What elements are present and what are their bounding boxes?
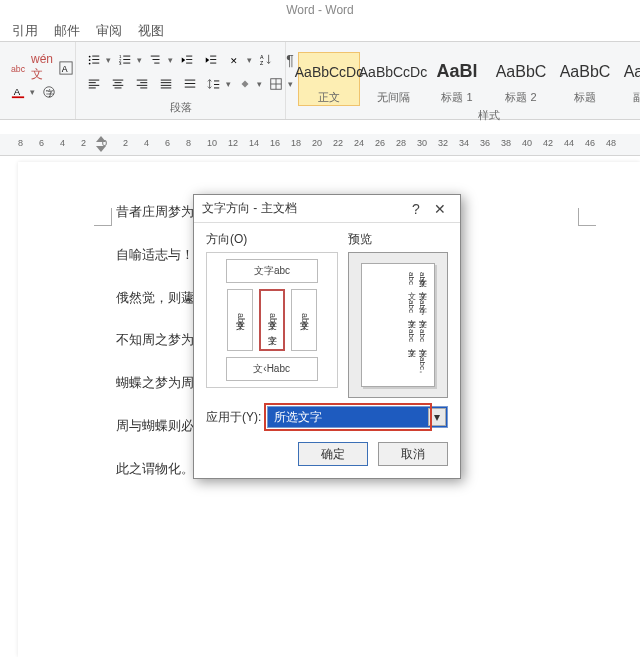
tab-view[interactable]: 视图 — [138, 22, 164, 40]
svg-rect-12 — [92, 63, 99, 64]
svg-rect-38 — [115, 88, 122, 89]
svg-rect-24 — [186, 63, 192, 64]
orientation-vertical-2[interactable]: 文字abc文字 — [259, 289, 285, 351]
ruler-tick: 40 — [522, 138, 532, 148]
ruler-tick: 28 — [396, 138, 406, 148]
svg-rect-4 — [12, 96, 24, 98]
multilevel-icon[interactable] — [146, 50, 166, 70]
svg-text:✕: ✕ — [230, 56, 238, 66]
help-icon[interactable]: ? — [404, 197, 428, 221]
svg-text:A: A — [260, 54, 264, 60]
tab-mailings[interactable]: 邮件 — [54, 22, 80, 40]
svg-rect-44 — [161, 82, 172, 83]
orientation-vertical-3[interactable]: 文字abc — [291, 289, 317, 351]
svg-rect-40 — [140, 82, 147, 83]
dropdown-icon[interactable]: ▾ — [106, 55, 111, 65]
ok-button[interactable]: 确定 — [298, 442, 368, 466]
svg-rect-21 — [154, 63, 159, 64]
ruler-tick: 46 — [585, 138, 595, 148]
dropdown-icon[interactable]: ▾ — [257, 79, 262, 89]
svg-rect-19 — [151, 56, 160, 57]
svg-text:abc: abc — [11, 63, 25, 73]
svg-text:A: A — [14, 85, 21, 96]
close-icon[interactable]: ✕ — [428, 197, 452, 221]
align-right-icon[interactable] — [132, 74, 152, 94]
style-subtitle[interactable]: AaBbC副标题 — [618, 52, 640, 106]
ruler-tick: 48 — [606, 138, 616, 148]
ruler-tick: 18 — [291, 138, 301, 148]
indent-marker-icon[interactable] — [96, 136, 106, 152]
margin-corner-icon — [578, 208, 596, 226]
ruler-tick: 26 — [375, 138, 385, 148]
decrease-indent-icon[interactable] — [177, 50, 197, 70]
ruler-tick: 2 — [81, 138, 86, 148]
dropdown-icon[interactable]: ▾ — [247, 55, 252, 65]
svg-rect-20 — [153, 59, 160, 60]
ruler-tick: 30 — [417, 138, 427, 148]
text-direction-dialog: 文字方向 - 主文档 ? ✕ 方向(O) 文字abc 文字abc 文字abc文字… — [193, 194, 461, 479]
svg-point-7 — [89, 56, 91, 58]
orientation-rotated[interactable]: 文‹Habc — [226, 357, 318, 381]
svg-rect-31 — [89, 80, 100, 81]
dropdown-icon[interactable]: ▾ — [168, 55, 173, 65]
style-normal[interactable]: AaBbCcDc正文 — [298, 52, 360, 106]
style-h2[interactable]: AaBbC标题 2 — [490, 52, 552, 106]
borders-icon[interactable] — [266, 74, 286, 94]
svg-rect-50 — [214, 81, 219, 82]
font-color-icon[interactable]: A — [8, 82, 28, 102]
orientation-vertical-1[interactable]: 文字abc — [227, 289, 253, 351]
ruler-tick: 2 — [123, 138, 128, 148]
style-h1[interactable]: AaBl标题 1 — [426, 52, 488, 106]
increase-indent-icon[interactable] — [201, 50, 221, 70]
tab-references[interactable]: 引用 — [12, 22, 38, 40]
preview-label: 预览 — [348, 231, 448, 248]
svg-rect-42 — [140, 88, 147, 89]
dropdown-icon[interactable]: ▾ — [226, 79, 231, 89]
svg-rect-51 — [214, 84, 219, 85]
cancel-button[interactable]: 取消 — [378, 442, 448, 466]
shading-icon[interactable] — [235, 74, 255, 94]
char-border-icon[interactable]: A — [56, 58, 76, 78]
bullets-icon[interactable] — [84, 50, 104, 70]
ruler-tick: 32 — [438, 138, 448, 148]
svg-rect-25 — [210, 56, 216, 57]
margin-corner-icon — [94, 208, 112, 226]
styles-gallery: AaBbCcDc正文 AaBbCcDc无间隔 AaBl标题 1 AaBbC标题 … — [294, 46, 640, 106]
ruler-tick: 22 — [333, 138, 343, 148]
preview-box: 文字abc文字abc文 字abc文字abc文字 abc文字abc文字 abc。 — [348, 252, 448, 398]
preview-page: 文字abc文字abc文 字abc文字abc文字 abc文字abc文字 abc。 — [361, 263, 435, 387]
tab-review[interactable]: 审阅 — [96, 22, 122, 40]
align-left-icon[interactable] — [84, 74, 104, 94]
group-label — [8, 113, 67, 115]
svg-rect-14 — [123, 56, 130, 57]
distribute-icon[interactable] — [180, 74, 200, 94]
enclose-char-icon[interactable]: wén文 — [32, 58, 52, 78]
orientation-label: 方向(O) — [206, 231, 338, 248]
enclose-icon[interactable]: 字 — [39, 82, 59, 102]
ruler-tick: 14 — [249, 138, 259, 148]
sort-icon[interactable]: AZ — [256, 50, 276, 70]
style-title[interactable]: AaBbC标题 — [554, 52, 616, 106]
line-spacing-icon[interactable] — [204, 74, 224, 94]
dropdown-icon[interactable]: ▾ — [30, 87, 35, 97]
dialog-titlebar[interactable]: 文字方向 - 主文档 ? ✕ — [194, 195, 460, 223]
window-title: Word - Word — [0, 0, 640, 20]
phonetic-guide-icon[interactable]: abc — [8, 58, 28, 78]
svg-rect-47 — [185, 80, 196, 81]
apply-to-select[interactable]: 所选文字 ▾ — [267, 406, 448, 428]
dropdown-icon[interactable]: ▾ — [137, 55, 142, 65]
horizontal-ruler[interactable]: 8642024681012141618202224262830323436384… — [0, 134, 640, 156]
svg-rect-16 — [123, 59, 130, 60]
align-center-icon[interactable] — [108, 74, 128, 94]
text-direction-icon[interactable]: ✕ — [225, 50, 245, 70]
orientation-horizontal[interactable]: 文字abc — [226, 259, 318, 283]
svg-point-11 — [89, 63, 91, 65]
svg-rect-39 — [137, 80, 148, 81]
numbering-icon[interactable]: 123 — [115, 50, 135, 70]
chevron-down-icon[interactable]: ▾ — [428, 408, 446, 426]
ruler-tick: 4 — [144, 138, 149, 148]
justify-icon[interactable] — [156, 74, 176, 94]
svg-rect-26 — [210, 59, 216, 60]
svg-text:字: 字 — [46, 88, 54, 97]
style-nospace[interactable]: AaBbCcDc无间隔 — [362, 52, 424, 106]
